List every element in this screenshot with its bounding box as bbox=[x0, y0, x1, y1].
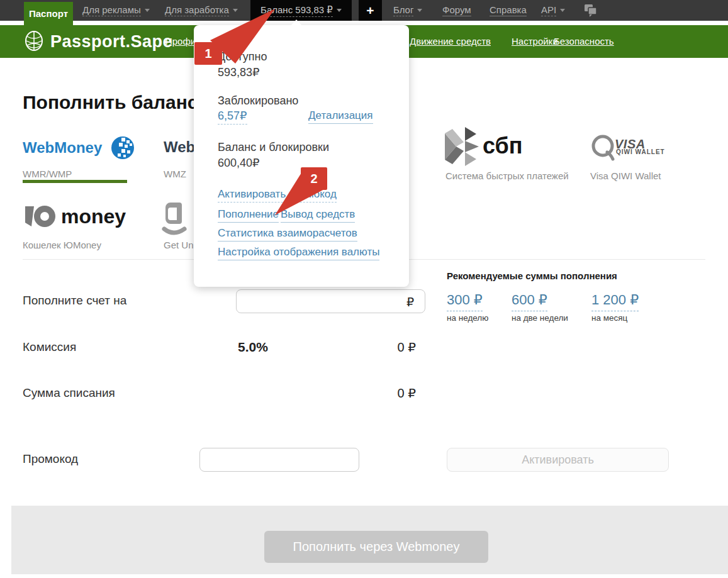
recommended-period-month: на месяц bbox=[591, 313, 627, 323]
logo-text: Passport.Sape bbox=[50, 32, 172, 52]
messages-icon[interactable] bbox=[583, 0, 598, 21]
currency-display-link[interactable]: Настройка отображения валюты bbox=[218, 246, 379, 260]
webmoney-logo: WebMoney bbox=[23, 139, 102, 156]
recommended-period-two-weeks: на две недели bbox=[512, 313, 568, 323]
passport-logo[interactable]: Passport.Sape bbox=[24, 30, 172, 53]
activate-promo-button[interactable]: Активировать bbox=[447, 448, 669, 472]
method-label-wmz[interactable]: WMZ bbox=[164, 169, 186, 179]
header-link-funds[interactable]: Движение средств bbox=[410, 36, 491, 47]
commission-rate: 5.0% bbox=[238, 340, 268, 355]
method-label-sbp[interactable]: Система быстрых платежей bbox=[445, 170, 569, 181]
selected-method-indicator bbox=[23, 180, 127, 183]
submit-topup-button[interactable]: Пополнить через Webmoney bbox=[264, 531, 488, 563]
method-yoomoney[interactable] bbox=[24, 204, 57, 231]
promo-input[interactable] bbox=[199, 448, 359, 472]
total-label: Баланс и блокировки bbox=[218, 141, 329, 154]
method-getuniq[interactable] bbox=[160, 201, 189, 240]
method-label-yoomoney[interactable]: Кошелек ЮMoney bbox=[23, 240, 101, 250]
nav-balance-dropdown-toggle[interactable]: Баланс 593,83 ₽ bbox=[250, 0, 352, 21]
method-qiwi[interactable] bbox=[590, 133, 617, 166]
recommended-amount-month[interactable]: 1 200 ₽ bbox=[591, 292, 639, 311]
yoomoney-icon bbox=[24, 204, 57, 229]
available-label: Доступно bbox=[218, 50, 267, 64]
getuniq-icon bbox=[160, 201, 189, 238]
recommended-amount-two-weeks[interactable]: 600 ₽ bbox=[512, 292, 547, 311]
activate-promo-link[interactable]: Активировать промокод bbox=[218, 188, 337, 203]
debit-value: 0 ₽ bbox=[352, 386, 416, 401]
header-link-settings[interactable]: Настройки bbox=[512, 36, 558, 47]
nav-item-forum[interactable]: Форум bbox=[442, 0, 471, 21]
nav-add-tab-button[interactable]: + bbox=[359, 0, 382, 21]
sbp-wordmark: сбп bbox=[483, 133, 523, 159]
nav-item-earn[interactable]: Для заработка bbox=[165, 0, 238, 21]
callout-badge-2: 2 bbox=[301, 167, 327, 190]
topup-link[interactable]: Пополнение bbox=[218, 208, 279, 223]
promo-label: Промокод bbox=[23, 452, 78, 466]
method-label-wmr[interactable]: WMR/WMP bbox=[23, 169, 72, 179]
amount-label: Пополните счет на bbox=[23, 294, 126, 308]
method-webmoney-wmr[interactable]: WebMoney bbox=[23, 135, 135, 160]
hop-cone-icon bbox=[24, 30, 44, 53]
recommended-period-week: на неделю bbox=[447, 313, 488, 323]
commission-label: Комиссия bbox=[23, 340, 76, 354]
callout-badge-1: 1 bbox=[194, 42, 222, 65]
page-title: Пополнить баланс bbox=[23, 92, 198, 113]
method-label-qiwi[interactable]: Visa QIWI Wallet bbox=[590, 170, 661, 181]
recommended-amount-week[interactable]: 300 ₽ bbox=[447, 292, 483, 311]
withdraw-link[interactable]: Вывод средств bbox=[281, 208, 355, 223]
sbp-icon bbox=[444, 126, 480, 167]
total-value: 600,40₽ bbox=[218, 156, 260, 170]
recommended-title: Рекомендуемые суммы пополнения bbox=[447, 270, 617, 281]
amount-input[interactable] bbox=[236, 289, 425, 313]
chevron-down-icon bbox=[337, 9, 342, 12]
nav-divider bbox=[0, 21, 728, 25]
qiwi-wallet-wordmark: QIWI WALLET bbox=[616, 148, 665, 155]
header-link-profile[interactable]: Профи bbox=[165, 36, 196, 47]
nav-item-help[interactable]: Справка bbox=[490, 0, 527, 21]
currency-suffix: ₽ bbox=[406, 295, 414, 309]
chevron-down-icon bbox=[417, 9, 422, 12]
chevron-down-icon bbox=[145, 9, 150, 12]
method-label-getuniq[interactable]: Get Uni bbox=[164, 240, 196, 250]
nav-item-blog[interactable]: Блог bbox=[393, 0, 422, 21]
webmoney-globe-icon bbox=[110, 135, 135, 160]
commission-value: 0 ₽ bbox=[352, 340, 416, 355]
popup-arrow bbox=[290, 19, 303, 26]
chevron-down-icon bbox=[233, 9, 238, 12]
qiwi-q-icon bbox=[590, 133, 617, 164]
balance-dropdown-panel: Доступно 593,83₽ Заблокировано 6,57₽ Дет… bbox=[194, 25, 409, 287]
chevron-down-icon bbox=[560, 9, 565, 12]
blocked-value-link[interactable]: 6,57₽ bbox=[218, 109, 247, 125]
stats-link[interactable]: Статистика взаиморасчетов bbox=[218, 227, 357, 242]
method-sbp[interactable] bbox=[444, 126, 480, 170]
blocked-label: Заблокировано bbox=[218, 94, 298, 108]
nav-tab-passport[interactable]: Паспорт bbox=[24, 2, 73, 25]
header-link-security[interactable]: Безопасность bbox=[554, 36, 614, 47]
nav-item-ads[interactable]: Для рекламы bbox=[82, 0, 150, 21]
details-link[interactable]: Детализация bbox=[308, 109, 373, 124]
available-value: 593,83₽ bbox=[218, 65, 260, 79]
yoomoney-wordmark: money bbox=[61, 205, 126, 228]
debit-label: Сумма списания bbox=[23, 386, 115, 400]
nav-item-api[interactable]: API bbox=[541, 0, 565, 21]
